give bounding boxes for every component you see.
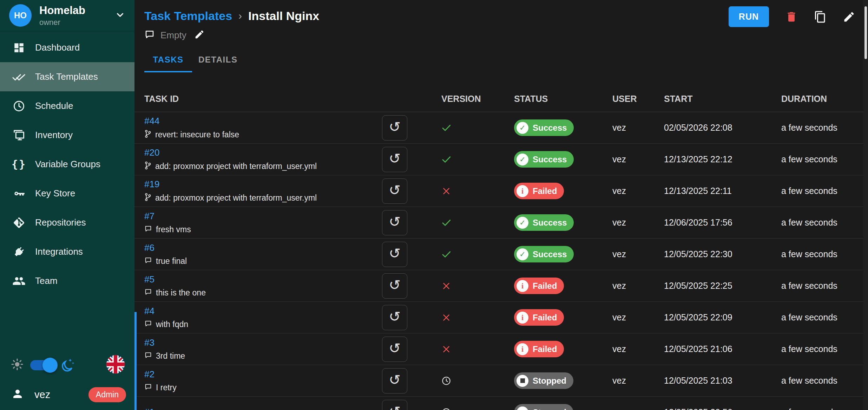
start-cell: 12/13/2025 22:11 (664, 186, 781, 196)
start-cell: 02/05/2026 22:08 (664, 123, 781, 133)
rerun-button[interactable]: ↺ (382, 115, 407, 141)
status-label: Failed (533, 313, 557, 323)
table-row: #33rd time↺iFailedvez12/05/2025 21:06a f… (134, 333, 868, 365)
rerun-button[interactable]: ↺ (382, 178, 407, 204)
sidebar-item-integrations[interactable]: Integrations (0, 237, 134, 266)
table-row: #2I retry↺Stoppedvez12/05/2025 21:03a fe… (134, 365, 868, 397)
sidebar-nav: DashboardTask TemplatesScheduleInventory… (0, 33, 134, 295)
sidebar-item-label: Key Store (35, 188, 75, 199)
comment-icon (144, 351, 152, 361)
task-id-link[interactable]: #1 (144, 407, 154, 410)
delete-icon[interactable] (785, 11, 798, 23)
start-cell: 12/13/2025 22:12 (664, 154, 781, 164)
column-header-status: STATUS (480, 94, 612, 104)
version-fail-icon (442, 281, 451, 291)
status-cell: ✓Success (480, 246, 612, 262)
version-ok-icon (441, 122, 452, 134)
status-icon: ✓ (517, 122, 528, 134)
edit-description-icon[interactable] (194, 29, 205, 41)
task-message: this is the one (144, 288, 382, 298)
comment-icon (144, 29, 155, 41)
table-row: #44revert: insecure to false↺✓Successvez… (134, 112, 868, 144)
task-id-link[interactable]: #44 (144, 116, 159, 126)
user-cell: vez (612, 154, 664, 164)
status-badge: iFailed (514, 278, 564, 294)
user-cell: vez (612, 217, 664, 228)
copy-icon[interactable] (814, 11, 827, 23)
start-cell: 12/05/2025 21:03 (664, 376, 781, 386)
status-label: Success (533, 249, 567, 259)
sidebar-item-key-store[interactable]: Key Store (0, 179, 134, 208)
status-label: Failed (533, 281, 557, 291)
left-scrollbar-thumb[interactable] (134, 312, 137, 410)
user-cell: vez (612, 249, 664, 259)
version-ok-icon (441, 249, 452, 260)
rerun-button[interactable]: ↺ (382, 242, 407, 267)
duration-cell: a few seconds (781, 407, 868, 410)
sidebar-item-team[interactable]: Team (0, 266, 134, 295)
tab-details[interactable]: DETAILS (192, 53, 244, 72)
rerun-button[interactable]: ↺ (382, 400, 407, 410)
rerun-button[interactable]: ↺ (382, 147, 407, 172)
scrollbar-track[interactable] (863, 0, 868, 410)
task-message: add: proxmox project with terraform_user… (144, 161, 382, 172)
status-cell: iFailed (480, 309, 612, 326)
task-id-link[interactable]: #3 (144, 337, 154, 348)
run-button[interactable]: RUN (729, 6, 769, 27)
version-cell (412, 154, 480, 165)
task-id-link[interactable]: #20 (144, 147, 159, 158)
status-badge: iFailed (514, 309, 564, 326)
version-fail-icon (442, 313, 451, 322)
tab-tasks[interactable]: TASKS (144, 53, 192, 72)
task-id-link[interactable]: #4 (144, 306, 154, 317)
status-icon (517, 406, 528, 410)
chevron-down-icon[interactable] (115, 9, 125, 21)
status-label: Failed (533, 186, 557, 196)
user-cell: vez (612, 376, 664, 386)
column-header-start: START (664, 94, 781, 104)
sidebar-item-dashboard[interactable]: Dashboard (0, 33, 134, 62)
sidebar-item-task-templates[interactable]: Task Templates (0, 62, 134, 91)
status-cell: ✓Success (480, 214, 612, 231)
breadcrumb-parent-link[interactable]: Task Templates (144, 9, 232, 23)
variable-groups-icon: {} (12, 157, 26, 171)
task-templates-icon (12, 70, 26, 84)
start-cell: 12/06/2025 17:56 (664, 217, 781, 228)
task-id-link[interactable]: #6 (144, 242, 154, 253)
version-fail-icon (442, 187, 451, 196)
status-label: Stopped (533, 408, 566, 410)
status-label: Success (533, 123, 567, 133)
page-title: Install Nginx (248, 9, 319, 23)
user-cell: vez (612, 186, 664, 196)
person-icon (11, 388, 24, 402)
table-row: #20add: proxmox project with terraform_u… (134, 144, 868, 175)
sidebar-item-inventory[interactable]: Inventory (0, 121, 134, 150)
duration-cell: a few seconds (781, 344, 868, 354)
rerun-button[interactable]: ↺ (382, 273, 407, 299)
uk-flag-icon[interactable] (106, 354, 125, 376)
status-badge: ✓Success (514, 246, 574, 262)
task-id-link[interactable]: #5 (144, 274, 154, 285)
dark-mode-toggle[interactable] (30, 360, 55, 370)
sun-icon (11, 358, 24, 372)
task-id-link[interactable]: #2 (144, 369, 154, 380)
rerun-button[interactable]: ↺ (382, 305, 407, 330)
user-row[interactable]: vez Admin (0, 379, 134, 410)
rerun-button[interactable]: ↺ (382, 337, 407, 362)
scrollbar-thumb[interactable] (864, 6, 867, 59)
task-id-link[interactable]: #7 (144, 211, 154, 222)
sidebar-item-schedule[interactable]: Schedule (0, 91, 134, 121)
rerun-button[interactable]: ↺ (382, 210, 407, 235)
sidebar-item-variable-groups[interactable]: {}Variable Groups (0, 150, 134, 179)
project-selector[interactable]: HO Homelab owner (0, 0, 134, 31)
project-role: owner (39, 18, 115, 27)
rerun-button[interactable]: ↺ (382, 368, 407, 393)
status-cell: iFailed (480, 341, 612, 357)
edit-icon[interactable] (843, 11, 855, 23)
task-history-table: TASK ID VERSION STATUS USER START DURATI… (134, 86, 868, 410)
task-id-link[interactable]: #19 (144, 179, 159, 190)
sidebar-item-repositories[interactable]: Repositories (0, 208, 134, 237)
task-message: fresh vms (144, 225, 382, 235)
user-cell: vez (612, 312, 664, 323)
start-cell: 12/05/2025 22:09 (664, 312, 781, 323)
